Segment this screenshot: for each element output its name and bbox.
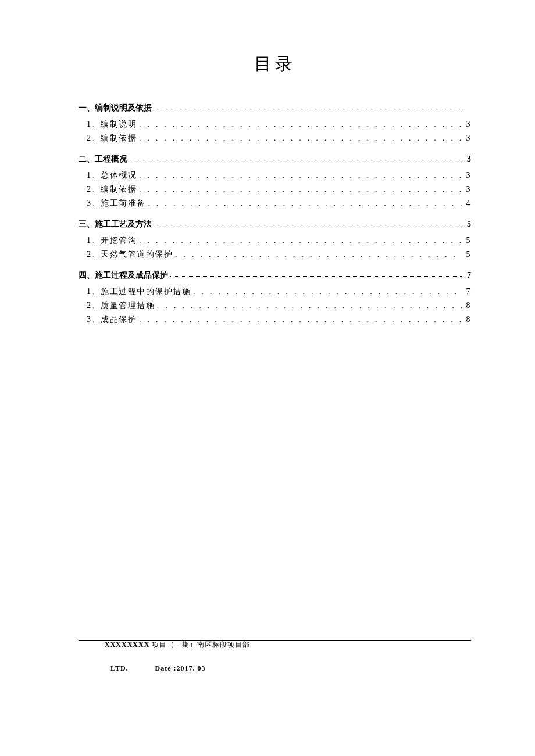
page-title: 目录	[79, 52, 471, 76]
toc-leader	[154, 108, 462, 109]
table-of-contents: 一、编制说明及依据 1、编制说明 . . . . . . . . . . . .…	[79, 103, 471, 325]
toc-section-page: 7	[464, 271, 471, 280]
toc-sub-label: 1、总体概况	[87, 170, 137, 181]
toc-section: 一、编制说明及依据	[79, 103, 471, 113]
toc-leader: . . . . . . . . . . . . . . . . . . . . …	[139, 315, 462, 324]
footer-date: Date :2017. 03	[155, 660, 206, 678]
toc-sub-page: 3	[464, 134, 471, 143]
toc-section-label: 三、施工工艺及方法	[79, 219, 152, 230]
toc-leader: . . . . . . . . . . . . . . . . . . . . …	[157, 301, 462, 310]
toc-sub-item: 2、天然气管道的保护 . . . . . . . . . . . . . . .…	[87, 249, 471, 260]
toc-leader: . . . . . . . . . . . . . . . . . . . . …	[139, 185, 462, 194]
document-page: 目录 一、编制说明及依据 1、编制说明 . . . . . . . . . . …	[0, 0, 535, 756]
toc-sub-item: 2、质量管理措施 . . . . . . . . . . . . . . . .…	[87, 300, 471, 311]
toc-sub-page: 5	[464, 236, 471, 245]
toc-sub-label: 1、编制说明	[87, 119, 137, 130]
toc-leader	[130, 159, 462, 160]
toc-section-page: 3	[464, 155, 471, 164]
toc-sub-item: 3、施工前准备 . . . . . . . . . . . . . . . . …	[87, 198, 471, 209]
toc-leader: . . . . . . . . . . . . . . . . . . . . …	[139, 120, 462, 129]
footer-project-code: XXXXXXXX	[105, 640, 149, 648]
toc-leader: . . . . . . . . . . . . . . . . . . . . …	[175, 250, 462, 259]
toc-sub-page: 5	[464, 250, 471, 259]
toc-sub-page: 7	[464, 287, 471, 296]
toc-sub-page: 3	[464, 120, 471, 129]
toc-section: 四、施工过程及成品保护 7	[79, 270, 471, 281]
page-footer: XXXXXXXX 项目（一期）南区标段项目部 LTD. Date :2017. …	[105, 636, 471, 678]
footer-project-name: 项目（一期）南区标段项目部	[149, 640, 250, 648]
toc-sub-item: 1、编制说明 . . . . . . . . . . . . . . . . .…	[87, 119, 471, 130]
toc-section-label: 四、施工过程及成品保护	[79, 270, 168, 281]
toc-sub-label: 1、施工过程中的保护措施	[87, 286, 191, 297]
toc-sub-page: 4	[464, 199, 471, 208]
toc-sub-item: 1、开挖管沟 . . . . . . . . . . . . . . . . .…	[87, 235, 471, 246]
toc-sub-label: 2、天然气管道的保护	[87, 249, 173, 260]
footer-ltd: LTD.	[110, 660, 129, 678]
toc-sub-label: 1、开挖管沟	[87, 235, 137, 246]
footer-project-line: XXXXXXXX 项目（一期）南区标段项目部	[105, 636, 471, 654]
toc-sub-page: 8	[464, 315, 471, 324]
toc-sub-label: 2、质量管理措施	[87, 300, 155, 311]
toc-leader: . . . . . . . . . . . . . . . . . . . . …	[139, 171, 462, 180]
toc-sub-label: 3、施工前准备	[87, 198, 146, 209]
toc-sub-page: 3	[464, 171, 471, 180]
toc-sub-item: 1、施工过程中的保护措施 . . . . . . . . . . . . . .…	[87, 286, 471, 297]
toc-sub-label: 3、成品保护	[87, 314, 137, 325]
toc-sub-item: 3、成品保护 . . . . . . . . . . . . . . . . .…	[87, 314, 471, 325]
toc-sub-item: 1、总体概况 . . . . . . . . . . . . . . . . .…	[87, 170, 471, 181]
toc-section: 二、工程概况 3	[79, 154, 471, 164]
toc-sub-page: 8	[464, 301, 471, 310]
toc-leader: . . . . . . . . . . . . . . . . . . . . …	[139, 134, 462, 143]
toc-leader	[170, 275, 462, 277]
toc-sub-item: 2、编制依据 . . . . . . . . . . . . . . . . .…	[87, 184, 471, 195]
footer-meta-line: LTD. Date :2017. 03	[105, 660, 471, 678]
toc-leader: . . . . . . . . . . . . . . . . . . . . …	[139, 236, 462, 245]
toc-sub-label: 2、编制依据	[87, 133, 137, 144]
toc-leader: . . . . . . . . . . . . . . . . . . . . …	[148, 199, 462, 208]
toc-sub-label: 2、编制依据	[87, 184, 137, 195]
toc-sub-page: 3	[464, 185, 471, 194]
toc-sub-item: 2、编制依据 . . . . . . . . . . . . . . . . .…	[87, 133, 471, 144]
toc-leader	[154, 224, 462, 225]
toc-section: 三、施工工艺及方法 5	[79, 219, 471, 230]
toc-section-label: 二、工程概况	[79, 154, 127, 164]
toc-leader: . . . . . . . . . . . . . . . . . . . . …	[193, 287, 462, 296]
toc-section-label: 一、编制说明及依据	[79, 103, 152, 113]
toc-section-page: 5	[464, 220, 471, 229]
